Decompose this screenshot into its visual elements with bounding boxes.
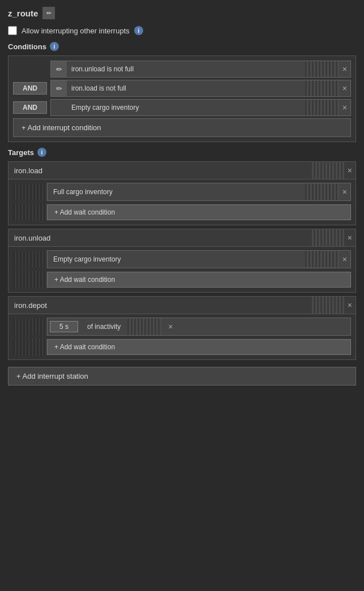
add-wait-row-1: + Add wait condition bbox=[13, 271, 351, 289]
wait-bar-1-0 bbox=[305, 251, 339, 268]
inactivity-row-0: 5 s of inactivity × bbox=[13, 318, 351, 336]
condition-item-2: Empty cargo inventory × bbox=[50, 99, 351, 116]
add-interrupt-condition-button[interactable]: + Add interrupt condition bbox=[13, 118, 351, 137]
target-close-btn-2[interactable]: × bbox=[344, 297, 356, 313]
condition-row-2: AND Empty cargo inventory × bbox=[13, 99, 351, 116]
conditions-box: ✏ iron.unload is not full × AND ✏ iron.l… bbox=[8, 55, 356, 142]
condition-close-btn-1[interactable]: × bbox=[339, 80, 350, 96]
target-bar-1 bbox=[310, 229, 344, 246]
allow-interrupting-label: Allow interrupting other interrupts bbox=[22, 27, 130, 35]
condition-bar-0 bbox=[305, 61, 339, 77]
targets-section: Targets i iron.load × Full cargo invento… bbox=[8, 148, 356, 386]
targets-section-label: Targets i bbox=[8, 148, 356, 157]
add-wait-row-0: + Add wait condition bbox=[13, 203, 351, 221]
condition-edit-btn-0[interactable]: ✏ bbox=[51, 61, 67, 77]
condition-text-1: iron.load is not full bbox=[67, 84, 305, 92]
wait-close-btn-0-0[interactable]: × bbox=[339, 184, 350, 200]
target-close-btn-0[interactable]: × bbox=[344, 162, 356, 178]
condition-text-0: iron.unload is not full bbox=[67, 65, 305, 73]
targets-info-icon[interactable]: i bbox=[37, 148, 46, 157]
main-panel: z_route ✏ Allow interrupting other inter… bbox=[0, 0, 364, 392]
wait-condition-row-0-0: Full cargo inventory × bbox=[13, 183, 351, 201]
conditions-section-label: Conditions i bbox=[8, 42, 356, 51]
wait-text-0-0: Full cargo inventory bbox=[48, 183, 305, 200]
route-title: z_route bbox=[8, 8, 38, 18]
add-wait-indent-0 bbox=[13, 203, 47, 221]
target-body-0: Full cargo inventory × + Add wait condit… bbox=[8, 179, 356, 225]
add-interrupt-station-button[interactable]: + Add interrupt station bbox=[8, 367, 356, 386]
add-wait-row-2: + Add wait condition bbox=[13, 338, 351, 356]
and-button-1[interactable]: AND bbox=[13, 101, 47, 114]
condition-close-btn-0[interactable]: × bbox=[339, 61, 350, 77]
allow-interrupting-row: Allow interrupting other interrupts i bbox=[8, 26, 356, 35]
target-name-2: iron.depot bbox=[8, 298, 310, 313]
condition-text-2: Empty cargo inventory bbox=[51, 104, 305, 112]
target-body-1: Empty cargo inventory × + Add wait condi… bbox=[8, 247, 356, 292]
inactivity-bar-0 bbox=[127, 318, 161, 335]
condition-rows: ✏ iron.unload is not full × AND ✏ iron.l… bbox=[13, 61, 351, 116]
add-wait-indent-2 bbox=[13, 338, 47, 356]
target-bar-0 bbox=[310, 162, 344, 179]
targets-label: Targets bbox=[8, 148, 34, 157]
target-header-2: iron.depot × bbox=[8, 297, 356, 314]
condition-edit-btn-1[interactable]: ✏ bbox=[51, 80, 67, 96]
add-wait-indent-1 bbox=[13, 271, 47, 289]
target-name-1: iron.unload bbox=[8, 230, 310, 246]
wait-close-btn-1-0[interactable]: × bbox=[339, 251, 350, 267]
inactivity-value-0: 5 s bbox=[50, 321, 78, 332]
conditions-info-icon[interactable]: i bbox=[50, 42, 59, 51]
wait-text-1-0: Empty cargo inventory bbox=[48, 251, 305, 268]
allow-interrupting-checkbox[interactable] bbox=[8, 26, 17, 35]
target-block-2: iron.depot × 5 s of inactivity × + Add bbox=[8, 296, 356, 360]
inactivity-item-0: 5 s of inactivity × bbox=[47, 318, 351, 336]
condition-row-0: ✏ iron.unload is not full × bbox=[13, 61, 351, 78]
wait-item-0-0: Full cargo inventory × bbox=[47, 183, 351, 201]
and-button-0[interactable]: AND bbox=[13, 82, 47, 95]
target-header-0: iron.load × bbox=[8, 162, 356, 179]
condition-item-1: ✏ iron.load is not full × bbox=[50, 80, 351, 97]
wait-indent-1-0 bbox=[13, 251, 47, 268]
wait-indent-0-0 bbox=[13, 183, 47, 200]
target-header-1: iron.unload × bbox=[8, 229, 356, 247]
title-row: z_route ✏ bbox=[8, 7, 356, 19]
target-name-0: iron.load bbox=[8, 163, 310, 178]
inactivity-suffix-0: of inactivity bbox=[84, 323, 124, 331]
target-close-btn-1[interactable]: × bbox=[344, 230, 356, 246]
wait-item-1-0: Empty cargo inventory × bbox=[47, 250, 351, 268]
target-block-0: iron.load × Full cargo inventory × + Add… bbox=[8, 161, 356, 225]
inactivity-close-btn-0[interactable]: × bbox=[165, 319, 176, 335]
add-wait-condition-button-2[interactable]: + Add wait condition bbox=[47, 339, 351, 355]
conditions-label: Conditions bbox=[8, 42, 46, 51]
inactivity-indent-0 bbox=[13, 318, 47, 335]
condition-row-1: AND ✏ iron.load is not full × bbox=[13, 80, 351, 97]
edit-title-button[interactable]: ✏ bbox=[42, 7, 55, 19]
target-body-2: 5 s of inactivity × + Add wait condition bbox=[8, 314, 356, 359]
add-wait-condition-button-1[interactable]: + Add wait condition bbox=[47, 272, 351, 288]
wait-condition-row-1-0: Empty cargo inventory × bbox=[13, 250, 351, 268]
add-wait-condition-button-0[interactable]: + Add wait condition bbox=[47, 204, 351, 220]
condition-close-btn-2[interactable]: × bbox=[339, 100, 350, 115]
wait-bar-0-0 bbox=[305, 183, 339, 200]
condition-bar-2 bbox=[305, 100, 339, 115]
condition-bar-1 bbox=[305, 80, 339, 96]
target-block-1: iron.unload × Empty cargo inventory × + … bbox=[8, 229, 356, 293]
condition-item-0: ✏ iron.unload is not full × bbox=[50, 61, 351, 78]
allow-interrupting-info-icon[interactable]: i bbox=[134, 26, 143, 35]
target-bar-2 bbox=[310, 297, 344, 314]
